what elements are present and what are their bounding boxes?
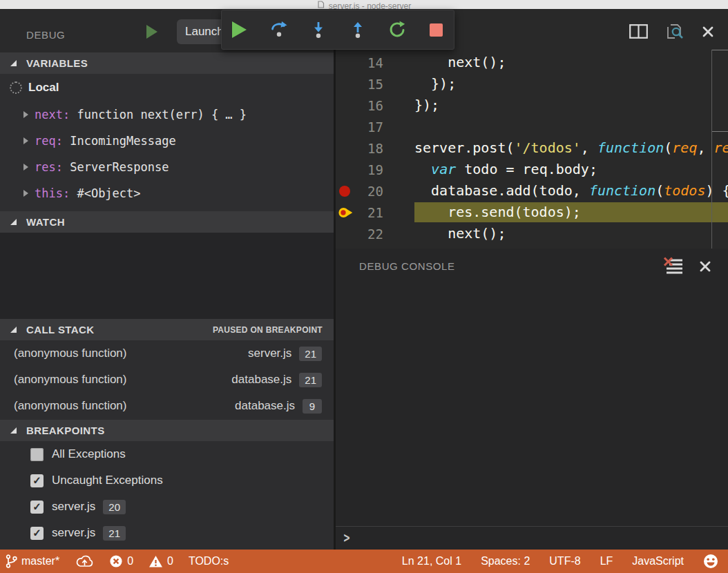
- variables-section-header[interactable]: VARIABLES: [0, 52, 334, 74]
- callstack-panel: (anonymous function)server.js21(anonymou…: [0, 340, 334, 420]
- close-editor-button[interactable]: [702, 26, 714, 38]
- breakpoint-row[interactable]: Uncaught Exceptions: [0, 467, 334, 494]
- callstack-frame[interactable]: (anonymous function)server.js21: [0, 340, 334, 367]
- sync-item[interactable]: [75, 554, 94, 568]
- stop-button[interactable]: [422, 14, 451, 45]
- debug-toolbar: [221, 10, 454, 50]
- section-expanded-icon: [10, 327, 17, 333]
- step-out-icon: [349, 21, 367, 39]
- language-mode-label: JavaScript: [632, 555, 684, 567]
- git-branch-item[interactable]: master*: [6, 554, 59, 568]
- callstack-section-header[interactable]: CALL STACK PAUSED ON BREAKPOINT: [0, 319, 334, 340]
- status-bar-right: Ln 21, Col 1 Spaces: 2 UTF-8 LF JavaScri…: [383, 554, 718, 569]
- split-editor-button[interactable]: [629, 24, 648, 39]
- line-number: 16: [354, 98, 383, 113]
- indentation-item[interactable]: Spaces: 2: [481, 555, 530, 567]
- errors-item[interactable]: 0: [109, 554, 133, 568]
- section-expanded-icon: [10, 219, 17, 225]
- frame-file: database.js: [231, 373, 291, 387]
- debug-console-panel: DEBUG CONSOLE: [336, 249, 728, 550]
- code-line: 22 next();: [336, 223, 728, 244]
- breakpoint-row[interactable]: server.js20: [0, 494, 334, 520]
- breakpoint-checkbox[interactable]: [30, 501, 44, 514]
- step-into-button[interactable]: [304, 14, 333, 45]
- breakpoint-checkbox[interactable]: [30, 527, 44, 540]
- chevron-right-icon: [23, 137, 28, 144]
- variable-name: next:: [35, 108, 77, 122]
- breakpoints-panel: All ExceptionsUncaught Exceptionsserver.…: [0, 441, 334, 550]
- callstack-frame[interactable]: (anonymous function)database.js21: [0, 367, 334, 393]
- clear-console-button[interactable]: [663, 257, 684, 275]
- step-over-icon: [270, 21, 288, 39]
- variable-name: this:: [35, 186, 77, 200]
- variable-row[interactable]: res: ServerResponse: [0, 154, 334, 180]
- variable-name: req:: [35, 134, 70, 148]
- step-out-button[interactable]: [343, 14, 372, 45]
- restart-icon: [388, 21, 406, 39]
- status-bar: master* 0 0: [0, 550, 728, 573]
- document-icon: [317, 0, 325, 9]
- breakpoints-section-header[interactable]: BREAKPOINTS: [0, 420, 334, 441]
- breakpoint-label: All Exceptions: [52, 447, 126, 461]
- code-line: 15 });: [336, 73, 728, 95]
- git-branch-label: master*: [21, 555, 59, 567]
- code-text: });: [414, 74, 728, 94]
- code-line: 23 });: [336, 244, 728, 249]
- line-number: 17: [354, 119, 383, 135]
- paused-status-badge: PAUSED ON BREAKPOINT: [213, 325, 323, 335]
- preview-search-icon: [664, 23, 685, 40]
- breakpoint-line-badge: 20: [103, 500, 126, 514]
- breakpoint-checkbox[interactable]: [30, 474, 44, 487]
- git-branch-icon: [6, 554, 17, 568]
- warnings-item[interactable]: 0: [149, 555, 173, 568]
- encoding-item[interactable]: UTF-8: [549, 555, 580, 567]
- breakpoint-row[interactable]: All Exceptions: [0, 441, 334, 467]
- feedback-item[interactable]: [703, 554, 718, 569]
- continue-button[interactable]: [225, 14, 254, 45]
- code-text: });: [414, 245, 728, 249]
- close-console-button[interactable]: [699, 260, 711, 273]
- code-text: database.add(todo, function(todos) {: [414, 181, 728, 201]
- warning-icon: [149, 555, 163, 568]
- current-instruction-icon[interactable]: [336, 206, 354, 220]
- scrollbar-track[interactable]: [711, 50, 712, 249]
- watch-section-header[interactable]: WATCH: [0, 211, 334, 233]
- cursor-position-item[interactable]: Ln 21, Col 1: [402, 555, 461, 567]
- variable-row[interactable]: this: #<Object>: [0, 180, 334, 206]
- step-over-button[interactable]: [265, 14, 294, 45]
- console-input[interactable]: >: [336, 526, 728, 547]
- todo-item[interactable]: TODO:s: [189, 555, 229, 567]
- frame-file: server.js: [248, 347, 291, 360]
- scope-label: Local: [28, 81, 59, 95]
- variable-value: IncomingMessage: [70, 134, 176, 148]
- close-icon: [699, 260, 711, 273]
- start-debugging-button[interactable]: [146, 25, 157, 39]
- variable-value: #<Object>: [77, 186, 140, 200]
- variables-section-label: VARIABLES: [26, 57, 88, 69]
- console-actions: [663, 257, 711, 275]
- variable-row[interactable]: req: IncomingMessage: [0, 128, 334, 154]
- code-text: var todo = req.body;: [414, 159, 728, 179]
- debug-console-title: DEBUG CONSOLE: [359, 260, 455, 272]
- language-mode-item[interactable]: JavaScript: [632, 555, 684, 567]
- close-icon: [702, 26, 714, 38]
- callstack-frame[interactable]: (anonymous function)database.js9: [0, 393, 334, 419]
- error-icon: [109, 554, 123, 568]
- breakpoint-icon[interactable]: [336, 186, 354, 197]
- scrollbar-edge: [712, 131, 728, 132]
- errors-count: 0: [127, 555, 133, 567]
- encoding-label: UTF-8: [549, 555, 580, 567]
- line-number: 18: [354, 141, 383, 156]
- breakpoint-label: server.js: [52, 526, 95, 540]
- editor-actions: [629, 23, 714, 40]
- restart-button[interactable]: [383, 14, 412, 45]
- breakpoint-row[interactable]: server.js21: [0, 520, 334, 546]
- variable-row[interactable]: next: function next(err) { … }: [0, 101, 334, 128]
- split-editor-icon: [629, 24, 648, 39]
- scope-row[interactable]: Local: [0, 74, 334, 101]
- code-line: 16});: [336, 95, 728, 116]
- eol-item[interactable]: LF: [600, 555, 613, 567]
- indentation-label: Spaces: 2: [481, 555, 530, 567]
- breakpoint-checkbox[interactable]: [30, 448, 44, 461]
- open-preview-button[interactable]: [664, 23, 685, 40]
